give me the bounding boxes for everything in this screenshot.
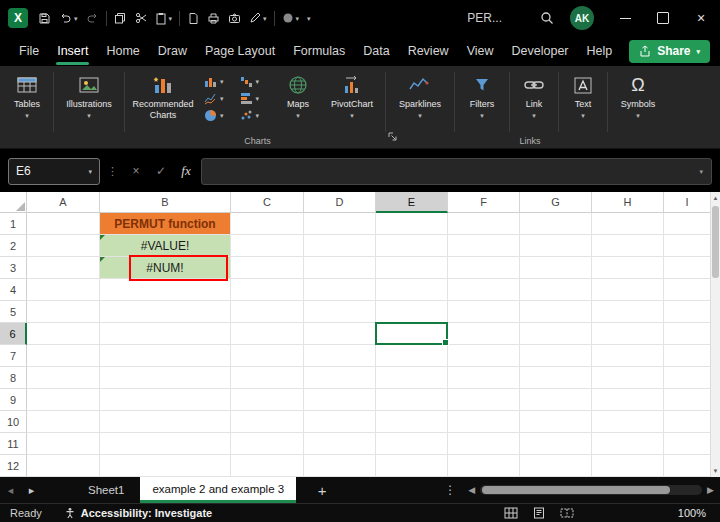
row-header[interactable]: 12 xyxy=(0,455,27,477)
charts-dialog-launcher-icon[interactable] xyxy=(388,127,397,145)
filters-button[interactable]: Filters ▾ xyxy=(458,66,506,148)
cell[interactable] xyxy=(100,433,231,455)
vertical-scrollbar-thumb[interactable] xyxy=(712,206,719,278)
cell[interactable] xyxy=(376,235,448,257)
cell[interactable] xyxy=(376,389,448,411)
cell[interactable] xyxy=(231,279,304,301)
cell[interactable] xyxy=(520,235,592,257)
insert-line-chart-button[interactable]: ▾ xyxy=(204,92,233,105)
symbols-button[interactable]: Ω Symbols ▾ xyxy=(611,66,665,148)
cell[interactable] xyxy=(231,257,304,279)
cell[interactable] xyxy=(376,257,448,279)
name-box[interactable]: E6 ▾ xyxy=(8,158,100,185)
illustrations-button[interactable]: Illustrations ▾ xyxy=(57,66,121,148)
new-sheet-button[interactable]: + xyxy=(312,482,332,499)
record-icon[interactable]: ▾ xyxy=(278,5,304,31)
cell[interactable] xyxy=(592,257,664,279)
tab-help[interactable]: Help xyxy=(578,37,622,65)
cell[interactable] xyxy=(592,455,664,477)
cell[interactable] xyxy=(231,455,304,477)
cell[interactable] xyxy=(448,323,520,345)
cell[interactable] xyxy=(376,345,448,367)
cut-icon[interactable] xyxy=(131,5,151,31)
cell[interactable] xyxy=(27,345,100,367)
cell[interactable] xyxy=(304,411,376,433)
excel-logo-icon[interactable]: X xyxy=(8,8,28,28)
cell[interactable] xyxy=(592,279,664,301)
column-header-i[interactable]: I xyxy=(664,192,710,213)
cell[interactable] xyxy=(304,367,376,389)
save-icon[interactable] xyxy=(34,5,55,31)
cell[interactable] xyxy=(27,367,100,389)
cell[interactable] xyxy=(27,213,100,235)
cell[interactable] xyxy=(27,257,100,279)
tab-page-layout[interactable]: Page Layout xyxy=(196,37,284,65)
cell[interactable] xyxy=(376,301,448,323)
cell[interactable] xyxy=(304,301,376,323)
cell[interactable] xyxy=(664,279,710,301)
cell[interactable] xyxy=(100,279,231,301)
scroll-up-icon[interactable]: ▲ xyxy=(711,192,720,204)
print-icon[interactable] xyxy=(203,5,224,31)
cell[interactable] xyxy=(664,433,710,455)
cell[interactable] xyxy=(100,345,231,367)
tab-data[interactable]: Data xyxy=(354,37,398,65)
tab-insert[interactable]: Insert xyxy=(48,37,97,65)
new-document-icon[interactable] xyxy=(183,5,203,31)
formula-input[interactable]: ▾ xyxy=(201,158,712,185)
cell[interactable] xyxy=(376,367,448,389)
row-header[interactable]: 11 xyxy=(0,433,27,455)
horizontal-scrollbar[interactable]: ◀ ▶ xyxy=(468,485,714,495)
insert-waterfall-chart-button[interactable]: ▾ xyxy=(240,75,269,88)
cell[interactable] xyxy=(592,213,664,235)
cell[interactable] xyxy=(231,301,304,323)
sheet-tab-sheet1[interactable]: Sheet1 xyxy=(72,477,140,503)
row-header[interactable]: 3 xyxy=(0,257,27,279)
page-layout-view-icon[interactable] xyxy=(532,507,546,519)
row-header[interactable]: 7 xyxy=(0,345,27,367)
cell[interactable] xyxy=(376,411,448,433)
scroll-left-icon[interactable]: ◀ xyxy=(468,485,475,495)
tables-button[interactable]: Tables ▾ xyxy=(4,66,50,148)
cell[interactable] xyxy=(100,411,231,433)
row-header[interactable]: 9 xyxy=(0,389,27,411)
vertical-scrollbar[interactable]: ▲ ▼ xyxy=(710,192,720,477)
cell[interactable] xyxy=(231,213,304,235)
search-icon[interactable] xyxy=(536,5,558,31)
cell[interactable] xyxy=(231,345,304,367)
row-header[interactable]: 2 xyxy=(0,235,27,257)
document-title[interactable]: PER... xyxy=(467,11,502,25)
cell[interactable] xyxy=(100,367,231,389)
tab-formulas[interactable]: Formulas xyxy=(284,37,354,65)
tab-file[interactable]: File xyxy=(10,37,48,65)
cell[interactable] xyxy=(231,411,304,433)
column-header-b[interactable]: B xyxy=(100,192,231,213)
cell[interactable] xyxy=(664,235,710,257)
cell[interactable] xyxy=(27,323,100,345)
cell[interactable] xyxy=(592,323,664,345)
cancel-button[interactable]: × xyxy=(126,164,146,178)
cell[interactable] xyxy=(448,367,520,389)
cell[interactable] xyxy=(448,389,520,411)
zoom-level[interactable]: 100% xyxy=(678,507,706,519)
cell[interactable] xyxy=(520,301,592,323)
previous-sheet-icon[interactable]: ◂ xyxy=(0,484,21,497)
cell[interactable] xyxy=(448,301,520,323)
scroll-right-icon[interactable]: ▶ xyxy=(707,485,714,495)
cell[interactable] xyxy=(592,411,664,433)
insert-scatter-chart-button[interactable]: ▾ xyxy=(240,109,269,122)
avatar[interactable]: AK xyxy=(570,6,594,30)
insert-column-chart-button[interactable]: ▾ xyxy=(204,75,233,88)
cell[interactable] xyxy=(304,235,376,257)
cell[interactable] xyxy=(231,367,304,389)
expand-formula-bar-icon[interactable]: ▾ xyxy=(699,168,703,175)
text-button[interactable]: Text ▾ xyxy=(562,66,604,148)
cell[interactable] xyxy=(520,279,592,301)
tab-draw[interactable]: Draw xyxy=(149,37,196,65)
cell[interactable] xyxy=(520,345,592,367)
enter-button[interactable]: ✓ xyxy=(151,164,171,178)
column-header-f[interactable]: F xyxy=(448,192,520,213)
insert-function-button[interactable]: fx xyxy=(176,163,196,179)
horizontal-scrollbar-track[interactable] xyxy=(480,485,702,495)
cell[interactable] xyxy=(100,389,231,411)
